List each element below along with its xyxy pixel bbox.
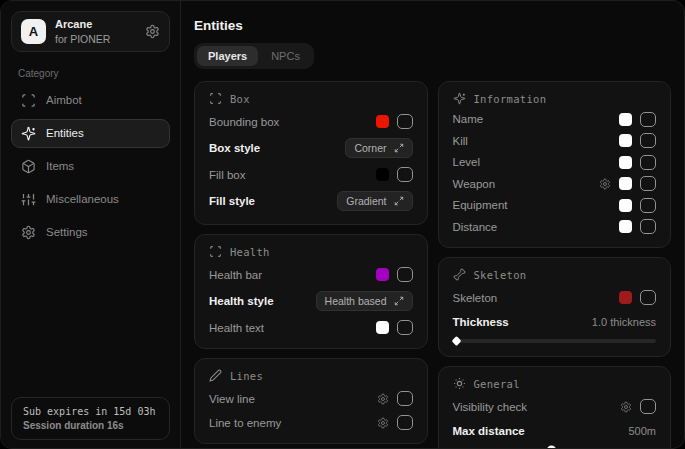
row-label: Equipment (453, 199, 508, 211)
sparkle-icon (453, 92, 466, 105)
row-label: Kill (453, 135, 468, 147)
row-label: Weapon (453, 178, 496, 190)
app-subtitle: for PIONER (55, 33, 110, 45)
sidebar-item-settings[interactable]: Settings (11, 218, 170, 247)
checkbox[interactable] (397, 114, 413, 129)
row-fill-box: Fill box (209, 167, 413, 182)
row-skeleton: Skeleton (453, 290, 657, 305)
checkbox[interactable] (640, 399, 656, 414)
row-label: Name (453, 113, 484, 125)
gear-icon[interactable] (599, 178, 611, 190)
row-equipment: Equipment (453, 198, 657, 213)
gear-icon[interactable] (377, 417, 389, 429)
color-swatch[interactable] (619, 156, 632, 169)
row-box-style: Box style Corner (209, 138, 413, 158)
color-swatch[interactable] (619, 134, 632, 147)
dropdown-value: Corner (354, 142, 386, 154)
sidebar-item-label: Miscellaneous (46, 193, 119, 205)
row-health-text: Health text (209, 320, 413, 335)
expand-icon (394, 296, 404, 306)
color-swatch[interactable] (376, 168, 389, 181)
thickness-slider[interactable] (453, 339, 657, 343)
panel-lines: Lines View line Line to enemy (194, 358, 428, 444)
gear-icon[interactable] (145, 24, 160, 39)
row-kill: Kill (453, 133, 657, 148)
sidebar-item-aimbot[interactable]: Aimbot (11, 86, 170, 115)
checkbox[interactable] (640, 112, 656, 127)
row-distance: Distance (453, 219, 657, 234)
row-label: Box style (209, 142, 260, 154)
session-duration-text: Session duration 16s (23, 420, 158, 431)
checkbox[interactable] (640, 219, 656, 234)
color-swatch[interactable] (376, 115, 389, 128)
checkbox[interactable] (397, 391, 413, 406)
panel-skeleton: Skeleton Skeleton Thickness 1.0 thicknes… (438, 257, 672, 357)
gear-icon[interactable] (377, 393, 389, 405)
panel-title: Skeleton (474, 269, 527, 281)
row-label: View line (209, 393, 255, 405)
row-visibility-check: Visibility check (453, 399, 657, 414)
health-style-dropdown[interactable]: Health based (316, 291, 413, 311)
gear-icon (21, 225, 36, 240)
checkbox[interactable] (397, 320, 413, 335)
expand-icon (394, 143, 404, 153)
panel-title: Health (230, 246, 270, 258)
panel-title: Information (474, 93, 547, 105)
category-label: Category (18, 68, 170, 79)
sidebar-item-entities[interactable]: Entities (11, 119, 170, 148)
color-swatch[interactable] (619, 291, 632, 304)
panel-box: Box Bounding box Box style Corner (194, 81, 428, 225)
row-fill-style: Fill style Gradient (209, 191, 413, 211)
color-swatch[interactable] (619, 220, 632, 233)
checkbox[interactable] (397, 267, 413, 282)
row-line-to-enemy: Line to enemy (209, 415, 413, 430)
color-swatch[interactable] (376, 321, 389, 334)
panel-health: Health Health bar Health style Health ba… (194, 234, 428, 349)
checkbox[interactable] (640, 176, 656, 191)
sidebar-nav: Aimbot Entities Items Miscellaneous Sett… (11, 86, 170, 247)
row-label: Thickness (453, 316, 509, 328)
sidebar-item-items[interactable]: Items (11, 152, 170, 181)
checkbox[interactable] (640, 133, 656, 148)
sidebar: A Arcane for PIONER Category Aimbot Enti… (1, 1, 181, 448)
sub-expiry-text: Sub expires in 15d 03h (23, 406, 158, 417)
row-label: Skeleton (453, 292, 498, 304)
checkbox[interactable] (640, 155, 656, 170)
tab-npcs[interactable]: NPCs (260, 46, 311, 66)
max-distance-value: 500m (628, 425, 656, 437)
row-name: Name (453, 112, 657, 127)
color-swatch[interactable] (619, 199, 632, 212)
app-window: A Arcane for PIONER Category Aimbot Enti… (0, 0, 685, 449)
sidebar-item-miscellaneous[interactable]: Miscellaneous (11, 185, 170, 214)
row-health-style: Health style Health based (209, 291, 413, 311)
tab-players[interactable]: Players (197, 46, 258, 66)
color-swatch[interactable] (619, 177, 632, 190)
row-label: Fill box (209, 169, 245, 181)
slider-thumb[interactable] (451, 336, 461, 346)
row-max-distance: Max distance 500m (453, 423, 657, 438)
checkbox[interactable] (397, 415, 413, 430)
row-label: Max distance (453, 425, 525, 437)
package-icon (21, 159, 36, 174)
row-label: Visibility check (453, 401, 528, 413)
panel-general: General Visibility check Max distance 50… (438, 366, 672, 448)
row-thickness: Thickness 1.0 thickness (453, 314, 657, 329)
checkbox[interactable] (640, 290, 656, 305)
row-bounding-box: Bounding box (209, 114, 413, 129)
row-label: Distance (453, 221, 498, 233)
box-style-dropdown[interactable]: Corner (345, 138, 412, 158)
expand-icon (394, 196, 404, 206)
sun-icon (453, 377, 466, 390)
row-level: Level (453, 155, 657, 170)
color-swatch[interactable] (376, 268, 389, 281)
row-label: Bounding box (209, 116, 279, 128)
panel-title: Box (230, 93, 250, 105)
slider-thumb[interactable] (547, 446, 556, 449)
color-swatch[interactable] (619, 113, 632, 126)
panel-title: General (474, 378, 520, 390)
checkbox[interactable] (397, 167, 413, 182)
row-health-bar: Health bar (209, 267, 413, 282)
gear-icon[interactable] (620, 401, 632, 413)
checkbox[interactable] (640, 198, 656, 213)
fill-style-dropdown[interactable]: Gradient (337, 191, 412, 211)
